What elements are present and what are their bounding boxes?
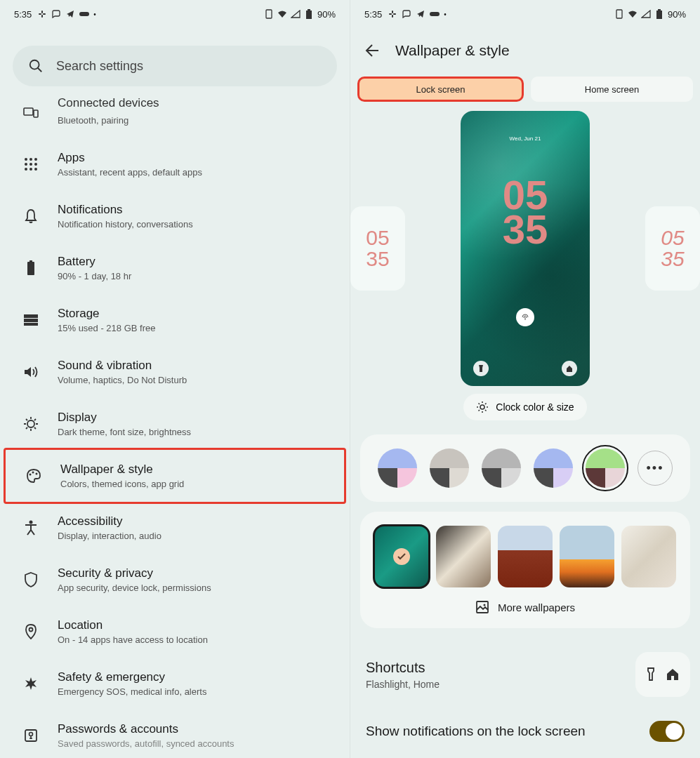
svg-point-19 (29, 168, 32, 171)
settings-item-security[interactable]: Security & privacyApp security, device l… (3, 554, 347, 606)
settings-item-connected-devices[interactable]: Connected devicesBluetooth, pairing (3, 99, 347, 138)
svg-point-12 (25, 158, 27, 161)
shortcuts-preview (635, 652, 690, 697)
more-palettes-button[interactable]: ••• (638, 451, 673, 486)
home-shortcut-icon (562, 361, 577, 376)
svg-point-15 (25, 163, 27, 166)
page-title: Wallpaper & style (395, 42, 510, 59)
clock-hours: 05 (661, 227, 684, 248)
flashlight-shortcut-icon (473, 361, 489, 376)
wallpaper-option-0[interactable] (374, 526, 429, 587)
svg-rect-7 (306, 11, 312, 19)
settings-subtitle: Bluetooth, pairing (58, 115, 159, 126)
clock-style-option-right[interactable]: 05 35 (645, 206, 700, 291)
flashlight-icon (646, 667, 656, 681)
svg-rect-37 (392, 15, 393, 18)
clock-color-label: Clock color & size (496, 401, 574, 413)
location-icon (22, 623, 39, 640)
settings-item-battery[interactable]: Battery90% - 1 day, 18 hr (3, 242, 347, 294)
tab-home-screen[interactable]: Home screen (531, 77, 693, 102)
telegram-icon (416, 9, 425, 19)
svg-rect-39 (616, 10, 622, 18)
svg-rect-38 (430, 12, 440, 16)
palette-option-2[interactable] (482, 448, 521, 488)
notifications-toggle-row[interactable]: Show notifications on the lock screen (350, 712, 700, 750)
svg-rect-0 (39, 13, 41, 15)
settings-item-passwords[interactable]: Passwords & accountsSaved passwords, aut… (3, 710, 347, 758)
svg-rect-43 (477, 601, 488, 613)
svg-rect-2 (41, 11, 43, 13)
svg-point-13 (29, 158, 32, 161)
settings-subtitle: App security, device lock, permissions (58, 583, 211, 593)
settings-title: Safety & emergency (58, 670, 206, 684)
settings-subtitle: Colors, themed icons, app grid (60, 479, 184, 489)
settings-item-sound[interactable]: Sound & vibrationVolume, haptics, Do Not… (3, 346, 347, 398)
clock-style-option-left[interactable]: 05 35 (350, 206, 405, 291)
more-wallpapers-button[interactable]: More wallpapers (374, 600, 676, 614)
svg-rect-24 (24, 319, 38, 322)
settings-item-storage[interactable]: Storage15% used - 218 GB free (3, 294, 347, 346)
settings-title: Location (58, 618, 208, 632)
settings-item-location[interactable]: LocationOn - 14 apps have access to loca… (3, 606, 347, 658)
svg-rect-40 (658, 9, 661, 11)
svg-rect-21 (29, 260, 32, 262)
settings-subtitle: Dark theme, font size, brightness (58, 427, 191, 437)
wallpaper-card: More wallpapers (360, 512, 690, 628)
back-button[interactable] (364, 43, 380, 58)
lock-screen-preview[interactable]: Wed, Jun 21 0535 (461, 111, 590, 386)
wifi-icon (628, 9, 638, 19)
home-icon (666, 668, 680, 681)
settings-item-display[interactable]: DisplayDark theme, font size, brightness (3, 398, 347, 450)
svg-point-27 (29, 474, 32, 476)
shortcuts-title: Shortcuts (366, 660, 440, 676)
svg-point-42 (480, 405, 484, 409)
sound-icon (22, 364, 39, 380)
settings-item-notifications[interactable]: NotificationsNotification history, conve… (3, 190, 347, 242)
settings-title: Battery (58, 255, 131, 269)
battery-large-icon (22, 260, 39, 277)
slack-icon (388, 9, 397, 19)
bell-icon (22, 208, 39, 225)
settings-item-accessibility[interactable]: AccessibilityDisplay, interaction, audio (3, 502, 347, 554)
phone-icon (614, 9, 624, 19)
status-time: 5:35 (364, 9, 382, 20)
tab-lock-screen[interactable]: Lock screen (357, 77, 524, 102)
settings-list: Connected devicesBluetooth, pairing Apps… (0, 99, 350, 758)
signal-icon (641, 9, 651, 19)
display-icon (22, 415, 39, 432)
wallpaper-option-3[interactable] (560, 526, 614, 587)
key-icon (22, 727, 39, 744)
svg-point-33 (29, 733, 33, 736)
clock-minutes: 35 (661, 248, 684, 270)
emergency-icon (22, 675, 39, 692)
palette-option-1[interactable] (430, 448, 469, 488)
search-placeholder: Search settings (56, 59, 143, 74)
wallpaper-option-2[interactable] (498, 526, 553, 587)
chat-icon (51, 9, 61, 19)
toggle-switch[interactable] (649, 721, 685, 742)
battery-icon (304, 9, 314, 19)
svg-rect-1 (43, 13, 46, 15)
wallpaper-option-1[interactable] (436, 526, 491, 587)
settings-subtitle: Assistant, recent apps, default apps (58, 167, 202, 178)
shortcuts-subtitle: Flashlight, Home (366, 679, 440, 690)
status-time: 5:35 (14, 9, 32, 20)
svg-point-20 (34, 168, 37, 171)
settings-item-safety[interactable]: Safety & emergencyEmergency SOS, medical… (3, 658, 347, 710)
svg-rect-5 (266, 10, 272, 18)
palette-option-0[interactable] (378, 448, 417, 488)
settings-item-wallpaper-style[interactable]: Wallpaper & styleColors, themed icons, a… (4, 448, 346, 504)
svg-rect-34 (389, 13, 392, 15)
clock-color-size-button[interactable]: Clock color & size (463, 394, 586, 420)
shortcuts-row[interactable]: Shortcuts Flashlight, Home (350, 638, 700, 712)
settings-item-apps[interactable]: AppsAssistant, recent apps, default apps (3, 138, 347, 190)
search-icon (28, 58, 44, 74)
svg-rect-36 (392, 11, 393, 13)
palette-option-4[interactable] (586, 448, 625, 488)
wallpaper-option-4[interactable] (621, 526, 676, 587)
status-bar: 5:35 • 90% (0, 0, 350, 28)
lock-minutes: 35 (503, 206, 548, 252)
search-bar[interactable]: Search settings (13, 46, 337, 86)
color-palette-card: ••• (360, 434, 690, 502)
palette-option-3[interactable] (534, 448, 573, 488)
